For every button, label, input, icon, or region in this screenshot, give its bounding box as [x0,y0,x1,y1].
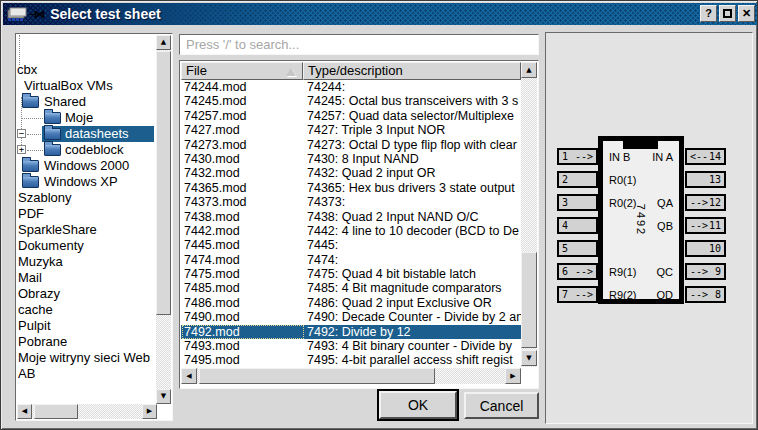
tree-vscrollbar[interactable]: ▲ ▼ [156,35,171,404]
chip-body: IN B R0(1) R0(2) R9(1) R9(2) IN A QA QB … [598,136,684,304]
file-row[interactable]: 7475.mod7475: Quad 4 bit bistable latch [181,267,521,281]
tree-item-moje[interactable]: Moje [17,110,157,126]
tree-item-dokumenty[interactable]: Dokumenty [17,238,157,254]
list-hscroll-thumb[interactable] [199,368,435,384]
file-row[interactable]: 74245.mod74245: Octal bus transceivers w… [181,94,521,108]
folder-icon [44,144,61,156]
tree-item-windows-xp[interactable]: Windows XP [17,174,157,190]
folder-icon [22,176,39,188]
scroll-up-icon[interactable]: ▲ [156,35,171,50]
column-header-type[interactable]: Type/description [303,62,521,80]
pin-label: R9(2) [609,289,637,301]
tree-item-windows-2000[interactable]: Windows 2000 [17,158,157,174]
scroll-right-icon[interactable]: ▶ [142,404,157,419]
folder-tree: cbx VirtualBox VMs Shared Moje − datashe… [15,33,173,421]
ok-button[interactable]: OK [379,391,457,419]
expand-icon[interactable]: + [17,145,26,154]
tree-item-szablony[interactable]: Szablony [17,190,157,206]
tree-item-shared[interactable]: Shared [17,94,157,110]
tree-item-codeblock[interactable]: + codeblock [17,142,157,158]
file-row[interactable]: 7493.mod7493: 4 Bit binary counter - Div… [181,339,521,353]
pin-13: 13 [685,171,726,188]
pin-6: 6--> [557,263,598,280]
tree-item-muzyka[interactable]: Muzyka [17,254,157,270]
cancel-button[interactable]: Cancel [464,392,539,419]
tree-item-obrazy[interactable]: Obrazy [17,286,157,302]
chip-notch [623,136,658,149]
pin-label: QC [657,266,674,278]
tree-item-sparkleshare[interactable]: SparkleShare [17,222,157,238]
tree-viewport[interactable]: cbx VirtualBox VMs Shared Moje − datashe… [17,35,157,404]
help-button[interactable]: ? [700,5,717,22]
file-row[interactable]: 7485.mod7485: 4 Bit magnitude comparator… [181,281,521,295]
folder-icon [22,96,39,108]
file-row[interactable]: 7427.mod7427: Triple 3 Input NOR [181,123,521,137]
tree-hscroll-thumb[interactable] [34,404,78,419]
file-row[interactable]: 7442.mod7442: 4 line to 10 decoder (BCD … [181,224,521,238]
maximize-button[interactable] [719,5,736,22]
chip-window-icon[interactable] [7,6,31,22]
list-hscrollbar[interactable]: ◀ ▶ [181,368,521,384]
file-row[interactable]: 74244.mod74244: [181,80,521,94]
scroll-down-icon[interactable]: ▼ [521,350,537,366]
file-row[interactable]: 7438.mod7438: Quad 2 Input NAND O/C [181,210,521,224]
tree-item-cache[interactable]: cache [17,302,157,318]
collapse-icon[interactable]: − [17,129,26,138]
tree-branch-line [19,35,20,65]
search-input[interactable] [179,34,539,55]
chip-name: 7492 [635,204,647,236]
pin-5: 5 [557,240,598,257]
pin-icon[interactable]: –⋈ [29,8,44,21]
file-row[interactable]: 7486.mod7486: Quad 2 input Exclusive OR [181,296,521,310]
tree-hscrollbar[interactable]: ◀ ▶ [17,404,157,419]
tree-vscroll-thumb[interactable] [156,51,171,315]
file-row[interactable]: 74373.mod74373: [181,195,521,209]
maximize-icon [723,9,732,18]
folder-icon [44,128,61,140]
tree-item-mail[interactable]: Mail [17,270,157,286]
file-row[interactable]: 7490.mod7490: Decade Counter - Divide by… [181,310,521,324]
list-rows: 74244.mod74244: 74245.mod74245: Octal bu… [181,80,521,368]
file-row[interactable]: 7430.mod7430: 8 Input NAND [181,152,521,166]
file-row[interactable]: 74365.mod74365: Hex bus drivers 3 state … [181,181,521,195]
column-header-file[interactable]: File [181,62,303,80]
pin-1: 1--> [557,148,598,165]
pin-2: 2 [557,171,598,188]
scroll-left-icon[interactable]: ◀ [17,404,32,419]
pin-label: R0(2) [609,197,637,209]
pin-label: IN B [609,151,630,163]
pin-label: R0(1) [609,174,637,186]
pin-11: -->11 [685,217,726,234]
titlebar[interactable]: –⋈ Select test sheet ? ✕ [3,3,757,25]
file-row[interactable]: 74257.mod74257: Quad data selector/Multi… [181,109,521,123]
tree-item-datasheets[interactable]: − datasheets [17,126,157,142]
file-row[interactable]: 7474.mod7474: [181,253,521,267]
scroll-down-icon[interactable]: ▼ [156,389,171,404]
file-row-selected[interactable]: 7492.mod7492: Divide by 12 [181,325,521,339]
tree-item-cbx[interactable]: cbx [17,62,157,78]
pin-7: 7--> [557,286,598,303]
tree-item-pulpit[interactable]: Pulpit [17,318,157,334]
folder-icon [22,160,39,172]
pin-label: QB [657,220,673,232]
scroll-right-icon[interactable]: ▶ [505,368,521,384]
tree-item-moje-witryny[interactable]: Moje witryny sieci Web [17,350,157,366]
file-row[interactable]: 7445.mod7445: [181,238,521,252]
file-row[interactable]: 7432.mod7432: Quad 2 input OR [181,166,521,180]
file-row[interactable]: 74273.mod74273: Octal D type flip flop w… [181,138,521,152]
tree-item-pdf[interactable]: PDF [17,206,157,222]
window-title: Select test sheet [50,6,161,22]
file-row[interactable]: 7495.mod7495: 4-bit parallel access shif… [181,353,521,367]
chip-preview-panel: IN B R0(1) R0(2) R9(1) R9(2) IN A QA QB … [545,32,753,424]
close-button[interactable]: ✕ [738,5,755,22]
tree-item-virtualbox-vms[interactable]: VirtualBox VMs [17,78,157,94]
pin-14: <--14 [685,148,726,165]
tree-item-pobrane[interactable]: Pobrane [17,334,157,350]
scroll-up-icon[interactable]: ▲ [521,62,537,78]
scroll-left-icon[interactable]: ◀ [181,368,197,384]
pin-label: QD [657,289,674,301]
pin-9: -->9 [685,263,726,280]
tree-item-ab[interactable]: AB [17,366,157,382]
list-vscrollbar[interactable]: ▲ ▼ [521,62,537,367]
list-vscroll-thumb[interactable] [521,252,537,348]
